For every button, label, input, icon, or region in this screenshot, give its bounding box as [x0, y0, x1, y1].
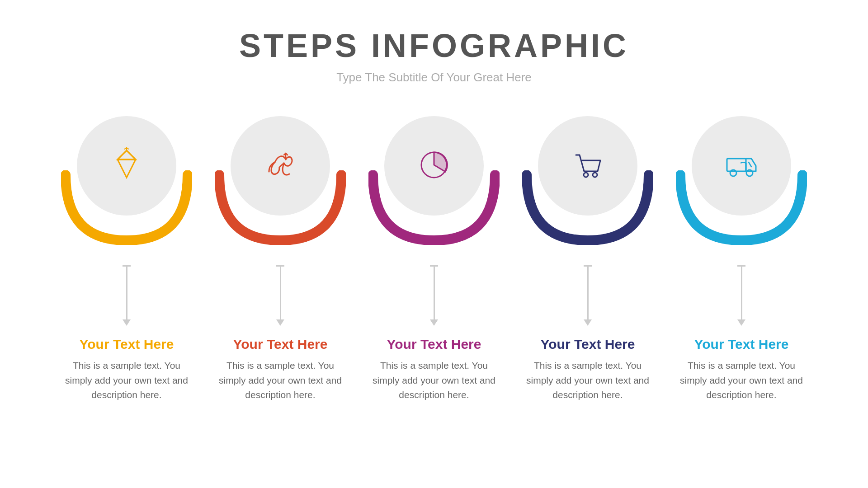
step-text-1: Your Text Here This is a sample text. Yo… — [63, 337, 190, 403]
step-2: Your Text Here This is a sample text. Yo… — [203, 112, 357, 403]
step-desc-5: This is a sample text. You simply add yo… — [678, 358, 805, 403]
step-4: Your Text Here This is a sample text. Yo… — [511, 112, 665, 403]
step-text-3: Your Text Here This is a sample text. Yo… — [371, 337, 497, 403]
step-title-1: Your Text Here — [63, 337, 190, 352]
circle-wrapper-4 — [533, 112, 642, 220]
step-5: Your Text Here This is a sample text. Yo… — [665, 112, 818, 403]
piechart-icon — [416, 147, 452, 185]
arrow-head-2 — [276, 319, 284, 326]
arrow-line-4 — [587, 265, 589, 319]
circle-bg-3 — [384, 116, 484, 216]
svg-rect-10 — [727, 159, 746, 171]
steps-container: Your Text Here This is a sample text. Yo… — [0, 112, 868, 403]
arrow-connector-1 — [123, 265, 131, 326]
circle-wrapper-2 — [226, 112, 335, 220]
arrow-head-3 — [430, 319, 438, 326]
circle-bg-4 — [538, 116, 637, 216]
page-subtitle: Type The Subtitle Of Your Great Here — [239, 70, 629, 84]
circle-wrapper-5 — [687, 112, 796, 220]
arrow-line-1 — [126, 265, 127, 319]
page-title: STEPS INFOGRAPHIC — [239, 27, 629, 64]
svg-line-13 — [749, 162, 751, 167]
step-title-4: Your Text Here — [524, 337, 651, 352]
step-desc-1: This is a sample text. You simply add yo… — [63, 358, 190, 403]
circle-wrapper-3 — [380, 112, 488, 220]
step-1: Your Text Here This is a sample text. Yo… — [50, 112, 203, 403]
step-desc-4: This is a sample text. You simply add yo… — [524, 358, 651, 403]
circle-bg-5 — [692, 116, 791, 216]
cart-icon — [570, 147, 606, 185]
arrow-connector-2 — [276, 265, 284, 326]
step-title-5: Your Text Here — [678, 337, 805, 352]
arrow-connector-5 — [737, 265, 745, 326]
truck-icon — [723, 147, 760, 185]
step-desc-2: This is a sample text. You simply add yo… — [217, 358, 344, 403]
arrow-head-5 — [737, 319, 745, 326]
muscle-icon — [262, 147, 298, 185]
arrow-connector-3 — [430, 265, 438, 326]
arrow-line-3 — [434, 265, 435, 319]
step-title-3: Your Text Here — [371, 337, 497, 352]
arrow-line-2 — [280, 265, 281, 319]
arrow-head-4 — [584, 319, 592, 326]
step-text-5: Your Text Here This is a sample text. Yo… — [678, 337, 805, 403]
arrow-line-5 — [741, 265, 742, 319]
arrow-head-1 — [123, 319, 131, 326]
step-desc-3: This is a sample text. You simply add yo… — [371, 358, 497, 403]
svg-point-8 — [584, 173, 588, 177]
svg-point-9 — [593, 173, 597, 177]
circle-wrapper-1 — [72, 112, 181, 220]
diamond-icon — [108, 147, 145, 185]
svg-marker-0 — [118, 150, 136, 178]
step-3: Your Text Here This is a sample text. Yo… — [357, 112, 511, 403]
circle-bg-1 — [77, 116, 176, 216]
svg-marker-1 — [118, 150, 136, 160]
page-header: STEPS INFOGRAPHIC Type The Subtitle Of Y… — [239, 27, 629, 84]
circle-bg-2 — [231, 116, 330, 216]
step-text-4: Your Text Here This is a sample text. Yo… — [524, 337, 651, 403]
arrow-connector-4 — [584, 265, 592, 326]
step-title-2: Your Text Here — [217, 337, 344, 352]
step-text-2: Your Text Here This is a sample text. Yo… — [217, 337, 344, 403]
